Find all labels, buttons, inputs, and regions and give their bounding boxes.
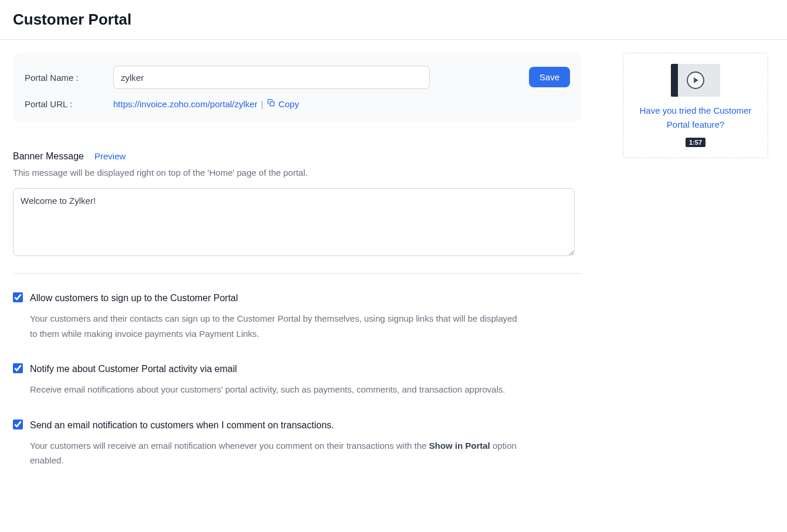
svg-rect-0 (270, 102, 274, 106)
portal-url-link[interactable]: https://invoice.zoho.com/portal/zylker (113, 99, 257, 109)
option-allow-signup-desc: Your customers and their contacts can si… (30, 311, 523, 341)
url-separator: | (261, 99, 263, 109)
option-notify-activity-label[interactable]: Notify me about Customer Portal activity… (30, 362, 582, 376)
banner-hint: This message will be displayed right on … (13, 168, 582, 178)
copy-icon (267, 98, 276, 109)
play-icon (687, 71, 704, 89)
banner-message-textarea[interactable] (13, 188, 575, 256)
promo-video-thumbnail (671, 64, 720, 97)
save-button[interactable]: Save (529, 67, 570, 87)
option-email-on-comment-checkbox[interactable] (13, 420, 23, 429)
promo-video-card[interactable]: Have you tried the Customer Portal featu… (623, 53, 768, 158)
option-email-on-comment-label[interactable]: Send an email notification to customers … (30, 418, 582, 432)
option-notify-activity: Notify me about Customer Portal activity… (13, 362, 582, 397)
promo-video-title[interactable]: Have you tried the Customer Portal featu… (632, 104, 759, 132)
copy-label: Copy (279, 99, 299, 109)
portal-config-box: Portal Name : Portal URL : https://invoi… (13, 53, 582, 122)
option-email-on-comment-desc: Your customers will receive an email not… (30, 438, 523, 468)
copy-url-button[interactable]: Copy (267, 98, 299, 109)
banner-preview-link[interactable]: Preview (94, 151, 125, 161)
option-notify-activity-checkbox[interactable] (13, 363, 23, 373)
portal-url-label: Portal URL : (25, 99, 104, 109)
portal-name-label: Portal Name : (25, 73, 104, 83)
section-divider (13, 273, 582, 274)
option-allow-signup-checkbox[interactable] (13, 292, 23, 302)
option-allow-signup-label[interactable]: Allow customers to sign up to the Custom… (30, 291, 582, 305)
option-allow-signup: Allow customers to sign up to the Custom… (13, 291, 582, 341)
option-email-on-comment: Send an email notification to customers … (13, 418, 582, 468)
banner-message-title: Banner Message (13, 151, 84, 162)
portal-name-input[interactable] (113, 66, 430, 89)
option-notify-activity-desc: Receive email notifications about your c… (30, 382, 523, 397)
promo-video-duration: 1:57 (686, 138, 705, 147)
page-title: Customer Portal (0, 0, 787, 39)
